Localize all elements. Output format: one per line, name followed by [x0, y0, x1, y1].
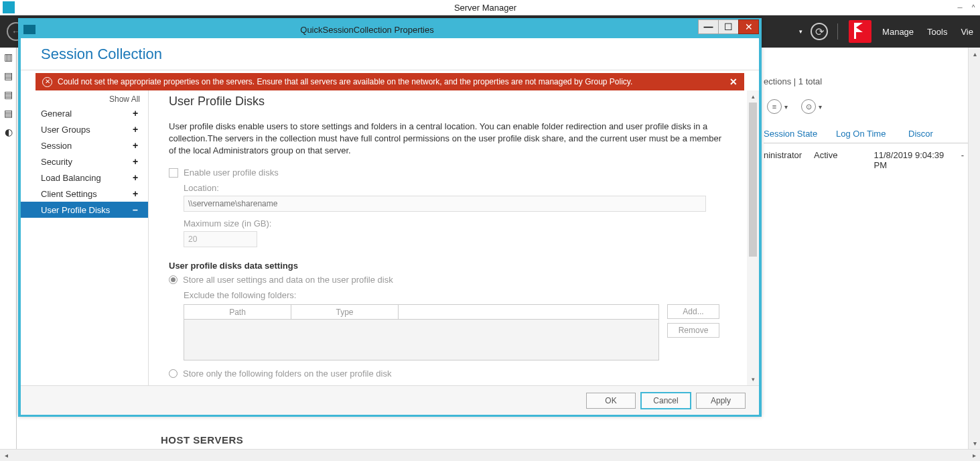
grid-view-icon[interactable]: ≡ [767, 99, 782, 114]
radio-store-all-label: Store all user settings and data on the … [183, 275, 393, 285]
rail-item-1[interactable]: ▥ [0, 48, 17, 66]
dropdown-icon[interactable]: ▾ [819, 103, 822, 111]
maxsize-input[interactable] [184, 231, 257, 247]
dialog-footer: OK Cancel Apply [21, 385, 759, 415]
main-horizontal-scrollbar[interactable]: ◂ ▸ [0, 449, 980, 461]
properties-dialog: QuickSessionCollection Properties — ☐ ✕ … [18, 18, 762, 417]
scroll-up-icon[interactable]: ▴ [747, 90, 759, 103]
dialog-close-button[interactable]: ✕ [738, 19, 759, 34]
server-manager-icon [3, 1, 15, 13]
cell-state: Active [814, 150, 837, 170]
rail-item-2[interactable]: ▤ [0, 66, 17, 85]
col-session-state[interactable]: Session State [764, 129, 824, 139]
nav-general[interactable]: General+ [21, 105, 148, 121]
dialog-title: QuickSessionCollection Properties [36, 25, 699, 35]
sessions-table-row[interactable]: ninistrator Active 11/8/2019 9:04:39 PM … [764, 150, 976, 170]
plus-icon: + [131, 140, 140, 151]
scroll-down-icon[interactable]: ▾ [747, 373, 759, 385]
dialog-heading: Session Collection [41, 46, 162, 63]
radio-store-all[interactable]: Store all user settings and data on the … [169, 275, 727, 285]
outer-window-titlebar: Server Manager ─ ^ [0, 0, 980, 15]
outer-chevron-up[interactable]: ^ [967, 1, 980, 14]
dialog-titlebar[interactable]: QuickSessionCollection Properties — ☐ ✕ [21, 21, 759, 38]
plus-icon: + [131, 108, 140, 119]
view-menu[interactable]: Vie [961, 27, 973, 37]
host-servers-heading: HOST SERVERS [161, 434, 243, 446]
manage-menu[interactable]: Manage [882, 27, 914, 37]
bg-toolbar: ≡ ▾ ⊙ ▾ [767, 99, 822, 114]
th-empty [399, 305, 658, 319]
th-type[interactable]: Type [291, 305, 399, 319]
plus-icon: + [131, 124, 140, 135]
rail-item-4[interactable]: ▤ [0, 104, 17, 123]
apply-button[interactable]: Apply [696, 393, 746, 409]
cell-disc: - [961, 150, 964, 170]
cell-logon: 11/8/2019 9:04:39 PM [873, 150, 949, 170]
dropdown-icon[interactable]: ▾ [784, 103, 788, 111]
upd-data-settings-heading: User profile disks data settings [169, 261, 727, 271]
location-input[interactable] [184, 196, 706, 212]
radio-store-only[interactable]: Store only the following folders on the … [169, 369, 727, 379]
nav-client-settings[interactable]: Client Settings+ [21, 186, 148, 202]
plus-icon: + [131, 156, 140, 167]
enable-upd-checkbox-row[interactable]: Enable user profile disks [169, 168, 727, 178]
dialog-minimize-button[interactable]: — [698, 19, 719, 34]
radio-icon[interactable] [169, 369, 178, 378]
add-button[interactable]: Add... [667, 304, 719, 319]
plus-icon: + [131, 172, 140, 183]
rail-item-5[interactable]: ◐ [0, 123, 17, 141]
error-icon: ✕ [42, 77, 52, 87]
exclude-folders-body [184, 320, 658, 360]
dialog-maximize-button[interactable]: ☐ [718, 19, 739, 34]
col-disconnect[interactable]: Discor [908, 129, 964, 139]
remove-button[interactable]: Remove [667, 323, 719, 338]
content-title: User Profile Disks [169, 94, 727, 109]
enable-upd-label: Enable user profile disks [184, 168, 279, 178]
col-logon-time[interactable]: Log On Time [836, 129, 896, 139]
nav-user-groups[interactable]: User Groups+ [21, 121, 148, 137]
dialog-nav: Show All General+ User Groups+ Session+ … [21, 90, 148, 385]
nav-load-balancing[interactable]: Load Balancing+ [21, 170, 148, 186]
plus-icon: + [131, 188, 140, 199]
refresh-button[interactable]: ⟳ [811, 23, 828, 40]
tools-menu[interactable]: Tools [927, 27, 947, 37]
radio-store-only-label: Store only the following folders on the … [183, 369, 391, 379]
dialog-vertical-scrollbar[interactable]: ▴ ▾ [747, 90, 759, 385]
scroll-up-icon[interactable]: ▴ [969, 48, 980, 60]
nav-session[interactable]: Session+ [21, 137, 148, 153]
dialog-content: User Profile Disks User profile disks en… [149, 90, 747, 385]
radio-icon[interactable] [169, 275, 178, 284]
exclude-folders-table: Path Type [184, 304, 659, 360]
outer-window-title: Server Manager [17, 3, 953, 13]
main-vertical-scrollbar[interactable]: ▴ ▾ [968, 48, 980, 449]
left-nav-rail: ▥ ▤ ▤ ▤ ◐ [0, 48, 17, 449]
rail-item-3[interactable]: ▤ [0, 85, 17, 104]
connections-summary: ections | 1 total [764, 76, 976, 86]
filter-icon[interactable]: ⊙ [801, 99, 816, 114]
cell-user: ninistrator [764, 150, 802, 170]
scrollbar-thumb[interactable] [749, 103, 757, 257]
nav-security[interactable]: Security+ [21, 153, 148, 170]
error-banner: ✕ Could not set the appropriate properti… [36, 73, 744, 90]
ok-button[interactable]: OK [586, 393, 636, 409]
error-dismiss-button[interactable]: ✕ [729, 76, 738, 87]
scroll-down-icon[interactable]: ▾ [969, 437, 980, 449]
exclude-folders-label: Exclude the following folders: [184, 290, 727, 300]
notifications-flag-icon[interactable] [849, 20, 871, 43]
content-description: User profile disks enable users to store… [169, 121, 727, 157]
sessions-table-header: Session State Log On Time Discor [764, 129, 976, 143]
maxsize-label: Maximum size (in GB): [184, 218, 727, 228]
show-all-link[interactable]: Show All [21, 94, 148, 105]
minus-icon: – [131, 204, 140, 215]
checkbox-icon[interactable] [169, 168, 178, 178]
cancel-button[interactable]: Cancel [641, 393, 691, 409]
nav-user-profile-disks[interactable]: User Profile Disks– [21, 202, 148, 218]
scroll-left-icon[interactable]: ◂ [0, 450, 12, 462]
location-label: Location: [184, 183, 727, 193]
scroll-right-icon[interactable]: ▸ [968, 450, 980, 462]
outer-minimize-button[interactable]: ─ [953, 1, 967, 14]
dialog-icon [23, 25, 36, 34]
dialog-header: Session Collection [21, 38, 759, 70]
th-path[interactable]: Path [184, 305, 291, 319]
dropdown-icon[interactable]: ▾ [799, 28, 802, 35]
